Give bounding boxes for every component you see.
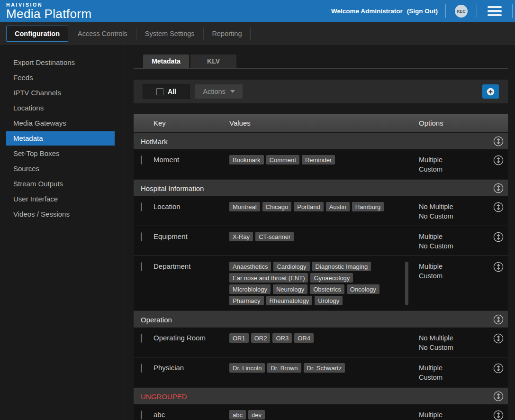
sidebar-item-iptv-channels[interactable]: IPTV Channels bbox=[6, 86, 115, 100]
rec-indicator-badge[interactable]: REC bbox=[455, 5, 468, 18]
reorder-up-down-icon[interactable] bbox=[489, 232, 508, 242]
value-tag: Microbiology bbox=[229, 284, 271, 294]
row-checkbox[interactable] bbox=[141, 364, 142, 373]
option-line: No Multiple bbox=[419, 333, 489, 343]
hamburger-menu-icon[interactable] bbox=[488, 6, 502, 17]
value-tag: Ear nose and throat (ENT) bbox=[229, 273, 308, 283]
table-row: Operating Room OR1OR2OR3OR4 No MultipleN… bbox=[134, 327, 508, 357]
row-values: MontrealChicagoPortlandAustinHamburg bbox=[229, 202, 419, 211]
reorder-up-down-icon[interactable] bbox=[489, 363, 508, 374]
row-values: BookmarkCommentReminder bbox=[229, 155, 419, 164]
value-tag: Pharmacy bbox=[229, 296, 264, 305]
nav-tab-configuration[interactable]: Configuration bbox=[6, 26, 68, 42]
sidebar-item-user-interface[interactable]: User Interface bbox=[6, 192, 115, 206]
table-row: Location MontrealChicagoPortlandAustinHa… bbox=[134, 196, 508, 226]
sign-out-link[interactable]: (Sign Out) bbox=[407, 8, 438, 15]
welcome-text: Welcome Administrator bbox=[331, 8, 403, 15]
group-header-row: Hospital Information bbox=[134, 179, 508, 196]
reorder-up-down-icon[interactable] bbox=[489, 311, 508, 328]
row-values: X-RayCT-scanner bbox=[229, 232, 419, 241]
content-tab-metadata[interactable]: Metadata bbox=[143, 55, 189, 68]
option-line: Multiple bbox=[419, 410, 489, 420]
actions-dropdown[interactable]: Actions bbox=[195, 84, 243, 99]
sidebar-item-set-top-boxes[interactable]: Set-Top Boxes bbox=[6, 146, 115, 161]
sidebar-item-export-destinations[interactable]: Export Destinations bbox=[6, 55, 115, 70]
sidebar-item-media-gateways[interactable]: Media Gateways bbox=[6, 116, 115, 130]
value-tag: Anaesthetics bbox=[229, 262, 271, 271]
row-options: No MultipleNo Custom bbox=[419, 333, 489, 352]
option-line: Multiple bbox=[419, 232, 489, 241]
row-checkbox[interactable] bbox=[141, 232, 142, 241]
select-all-button[interactable]: All bbox=[143, 84, 190, 99]
value-tag: CT-scanner bbox=[255, 232, 294, 241]
row-checkbox[interactable] bbox=[141, 411, 142, 420]
row-key-label: Equipment bbox=[154, 232, 229, 240]
reorder-up-down-icon[interactable] bbox=[489, 180, 508, 197]
nav-tab-divider bbox=[136, 27, 136, 40]
toolbar: All Actions bbox=[134, 80, 508, 103]
reorder-up-down-icon[interactable] bbox=[489, 333, 508, 344]
table-row: abc abcdev MultipleNo Custom bbox=[134, 404, 508, 420]
nav-tab-reporting[interactable]: Reporting bbox=[204, 26, 250, 41]
table-row: Department AnaestheticsCardiologyDiagnos… bbox=[134, 256, 508, 310]
reorder-up-down-icon[interactable] bbox=[489, 133, 508, 150]
plus-icon bbox=[486, 87, 495, 96]
row-checkbox[interactable] bbox=[141, 334, 142, 343]
group-name: Operation bbox=[134, 316, 489, 324]
row-checkbox[interactable] bbox=[141, 155, 142, 164]
group-name: Hospital Information bbox=[134, 184, 489, 192]
option-line: Multiple bbox=[419, 155, 489, 164]
value-tag: Diagnostic Imaging bbox=[312, 262, 371, 271]
row-key-label: abc bbox=[154, 410, 229, 419]
content-tab-strip: MetadataKLV bbox=[134, 55, 508, 69]
value-tag: Cardiology bbox=[273, 262, 309, 271]
option-line: Custom bbox=[419, 271, 489, 281]
welcome-area: Welcome Administrator (Sign Out) bbox=[331, 8, 438, 15]
row-options: MultipleNo Custom bbox=[419, 232, 489, 251]
nav-tab-system-settings[interactable]: System Settings bbox=[137, 26, 203, 41]
table-header-row: Key Values Options bbox=[134, 114, 508, 132]
group-name: HotMark bbox=[134, 137, 489, 146]
column-header-values: Values bbox=[229, 119, 419, 127]
content-tab-klv[interactable]: KLV bbox=[190, 55, 236, 68]
add-metadata-button[interactable] bbox=[482, 84, 499, 99]
group-header-row: HotMark bbox=[134, 132, 508, 149]
sidebar-item-metadata[interactable]: Metadata bbox=[6, 131, 115, 146]
column-header-key: Key bbox=[154, 119, 229, 127]
select-all-checkbox[interactable] bbox=[156, 88, 163, 95]
reorder-up-down-icon[interactable] bbox=[489, 202, 508, 212]
value-tag: X-Ray bbox=[229, 232, 253, 241]
row-options: MultipleCustom bbox=[419, 155, 489, 174]
row-values: abcdev bbox=[229, 410, 419, 420]
reorder-up-down-icon[interactable] bbox=[489, 262, 508, 272]
row-options: MultipleCustom bbox=[419, 262, 489, 281]
main-content: MetadataKLV All Actions bbox=[124, 45, 515, 420]
value-tag: Reminder bbox=[302, 155, 335, 164]
value-tag: dev bbox=[248, 410, 265, 420]
sidebar-item-sources[interactable]: Sources bbox=[6, 162, 115, 176]
values-scrollbar[interactable] bbox=[405, 262, 408, 305]
value-tag: Comment bbox=[266, 155, 299, 164]
reorder-up-down-icon[interactable] bbox=[489, 410, 508, 420]
reorder-up-down-icon[interactable] bbox=[489, 155, 508, 165]
sidebar-item-videos-sessions[interactable]: Videos / Sessions bbox=[6, 207, 115, 221]
select-all-label: All bbox=[168, 88, 176, 95]
sidebar-item-stream-outputs[interactable]: Stream Outputs bbox=[6, 177, 115, 191]
reorder-up-down-icon[interactable] bbox=[489, 388, 508, 405]
row-options: MultipleCustom bbox=[419, 363, 489, 382]
value-tag: Dr. Brown bbox=[267, 363, 301, 373]
value-tag: Hamburg bbox=[352, 202, 384, 211]
value-tag: OR2 bbox=[251, 333, 271, 343]
page-body: Export DestinationsFeedsIPTV ChannelsLoc… bbox=[0, 45, 515, 420]
row-checkbox[interactable] bbox=[141, 202, 142, 211]
nav-tab-access-controls[interactable]: Access Controls bbox=[70, 26, 136, 41]
header-right-cluster: Welcome Administrator (Sign Out) REC bbox=[331, 0, 515, 22]
row-checkbox[interactable] bbox=[141, 262, 142, 271]
value-tag: OR4 bbox=[294, 333, 314, 343]
sidebar-item-feeds[interactable]: Feeds bbox=[6, 71, 115, 85]
nav-tab-divider bbox=[203, 27, 204, 40]
sidebar-item-locations[interactable]: Locations bbox=[6, 101, 115, 115]
row-key-label: Location bbox=[154, 202, 229, 210]
nav-tab-divider bbox=[250, 27, 251, 40]
option-line: Multiple bbox=[419, 262, 489, 271]
